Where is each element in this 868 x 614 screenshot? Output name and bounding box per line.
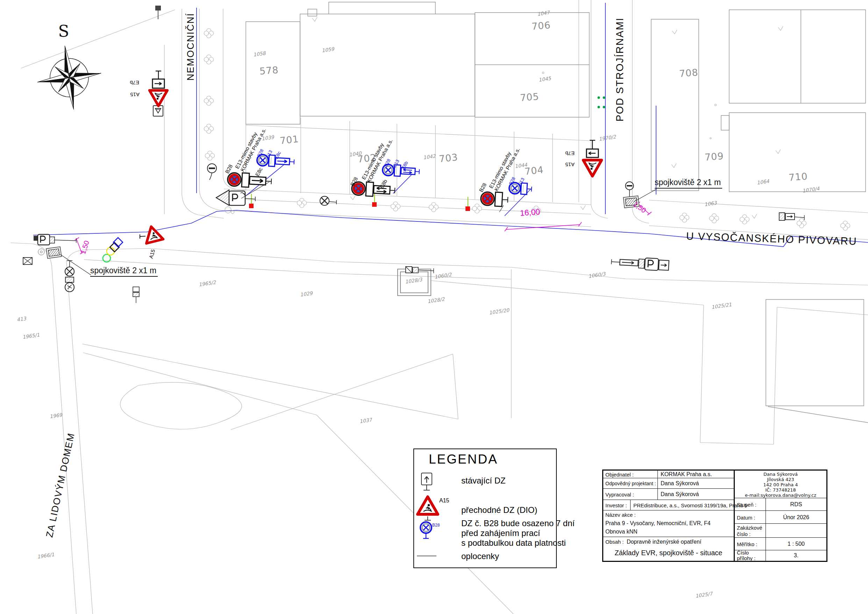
title-block: Objednatel : KORMAK Praha a.s. Odpovědný… xyxy=(602,469,828,562)
parcel-label: 708 xyxy=(679,67,699,79)
cislo-prilohy-label: Číslo xyxy=(737,550,749,556)
legend-existing-label: stávající DZ xyxy=(461,476,506,486)
projektant-value: Dana Sýkorová xyxy=(660,480,699,487)
objednatel-label: Objednatel : xyxy=(605,472,634,477)
a15-sign-1 xyxy=(150,71,167,106)
projektant-label: Odpovědný projektant : xyxy=(605,481,656,486)
street-label-nemocnicni: NEMOCNIČNÍ xyxy=(185,7,196,87)
a15-sign-3 xyxy=(140,225,163,244)
parcel-label: 578 xyxy=(259,64,279,77)
legend-b28-line2: před zahájením prací xyxy=(461,528,540,538)
cislo-prilohy-value: 3. xyxy=(766,550,826,561)
utility-markers xyxy=(103,238,123,262)
obsah-label: Obsah : Dopravně inženýrské opatření xyxy=(605,539,701,545)
nazev-akce-line1: Praha 9 - Vysočany, Nemocniční, EVR, F4 xyxy=(605,520,711,527)
a15-2-e7b-label: E7b xyxy=(565,151,575,156)
parcel-label: 706 xyxy=(531,20,551,32)
cable-joint-dots xyxy=(598,96,605,109)
legend-title: LEGENDA xyxy=(429,452,498,467)
spojkoviste-label-right: spojkoviště 2 x1 m xyxy=(655,178,722,188)
stupen-label: Stupeň : xyxy=(737,502,756,508)
investor-value: PREdistribuce, a.s., Svornosti 3199/19a,… xyxy=(633,502,747,508)
parcel-label: 710 xyxy=(788,171,808,183)
spojkoviste-label-left: spojkoviště 2 x1 m xyxy=(90,266,158,277)
legend-fence-label: oplocenky xyxy=(461,551,499,561)
vypracoval-value: Dana Sýkorová xyxy=(660,491,699,497)
dimension-lines xyxy=(75,202,651,254)
dimension-16m: 16,00 xyxy=(520,207,540,218)
parcel-label: 705 xyxy=(520,91,539,103)
legend-b28-line3: s podtabulkou data platnosti xyxy=(461,538,566,548)
legend-a15-symbol-label: A15 xyxy=(439,497,449,504)
drawing-title: Základy EVR, spojkoviště - situace xyxy=(603,549,734,557)
objednatel-value: KORMAK Praha a.s. xyxy=(660,471,712,477)
building-outlines xyxy=(246,2,868,423)
a15-2-label: A15 xyxy=(565,162,575,168)
a15-1-e7b-label: E7b xyxy=(130,80,139,86)
nazev-akce-label: Název akce : xyxy=(605,512,636,518)
legend-box: LEGENDA stávající DZ A15 přechodné DZ (D… xyxy=(413,449,557,568)
parcel-label: 709 xyxy=(704,151,724,163)
compass-north-label: S xyxy=(56,22,71,40)
stupen-value: RDS xyxy=(766,498,826,511)
compass-rose xyxy=(33,41,105,114)
drawing-sheet: S NEMOCNIČNÍ POD STROJÍRNAMI U VYSOČANSK… xyxy=(0,0,868,614)
zakazka-value xyxy=(766,524,826,538)
blue-cable-lines xyxy=(33,3,868,247)
legend-a15-label: přechodné DZ (DIO) xyxy=(461,505,537,515)
datum-label: Datum : xyxy=(737,514,755,520)
zakazka-label: Zakázkové xyxy=(737,525,763,531)
existing-sign-icon xyxy=(419,472,434,492)
meritko-label: Měřítko : xyxy=(737,541,757,547)
parcel-label: 703 xyxy=(439,151,459,165)
street-label-pod-strojirnami: POD STROJÍRNAMI xyxy=(614,17,626,122)
fence-line-icon xyxy=(416,554,437,558)
legend-b28-line1: DZ č. B28 bude osazeno 7 dní xyxy=(461,519,575,528)
meritko-value: 1 : 500 xyxy=(766,538,826,550)
parcel-label: 701 xyxy=(279,133,299,146)
a15-sign-2 xyxy=(583,140,602,176)
nazev-akce-line2: Obnova kNN xyxy=(605,529,637,535)
legend-b28-symbol-label: B28 xyxy=(432,523,440,528)
datum-value: Únor 2026 xyxy=(766,511,826,524)
author-address-block: Dana Sýkorová Jílovská 423 142 00 Praha … xyxy=(735,471,826,498)
a15-1-label: A15 xyxy=(130,92,140,98)
existing-signs xyxy=(23,6,804,303)
vypracoval-label: Vypracoval : xyxy=(605,491,634,497)
investor-label: Investor : xyxy=(605,502,627,508)
a15-icon xyxy=(416,495,441,522)
